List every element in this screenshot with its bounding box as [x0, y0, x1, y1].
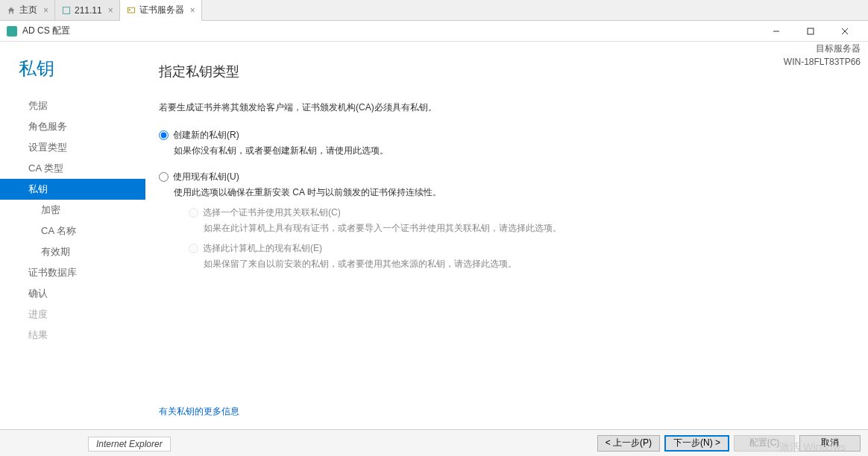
nav-role-services[interactable]: 角色服务: [0, 116, 145, 137]
target-server-label: 目标服务器: [784, 42, 861, 55]
sub-option-existing-key: 选择此计算机上的现有私钥(E) 如果保留了来自以前安装的私钥，或者要使用其他来源…: [174, 242, 846, 270]
close-icon[interactable]: ×: [43, 5, 48, 16]
nav-crypto[interactable]: 加密: [0, 200, 145, 221]
radio-select-cert-desc: 如果在此计算机上具有现有证书，或者要导入一个证书并使用其关联私钥，请选择此选项。: [204, 222, 846, 235]
tab-ip-label: 211.11: [75, 5, 102, 16]
target-server-info: 目标服务器 WIN-18FLT83TP66: [784, 42, 861, 69]
radio-create-new-desc: 如果你没有私钥，或者要创建新私钥，请使用此选项。: [174, 145, 846, 157]
ie-badge: Internet Explorer: [88, 437, 171, 452]
maximize-button[interactable]: [793, 22, 828, 41]
nav-credentials[interactable]: 凭据: [0, 95, 145, 116]
cancel-button[interactable]: 取消: [799, 435, 861, 452]
nav-private-key[interactable]: 私钥: [0, 179, 145, 200]
window-title: AD CS 配置: [22, 25, 759, 37]
tab-ip[interactable]: 211.11 ×: [55, 0, 120, 20]
radio-select-cert-label: 选择一个证书并使用其关联私钥(C): [203, 206, 341, 219]
radio-create-new[interactable]: [159, 130, 169, 140]
radio-use-existing[interactable]: [159, 172, 169, 182]
nav-ca-type[interactable]: CA 类型: [0, 158, 145, 179]
radio-select-existing-key-label: 选择此计算机上的现有私钥(E): [203, 242, 322, 255]
app-icon: [6, 25, 18, 37]
intro-text: 若要生成证书并将其颁发给客户端，证书颁发机构(CA)必须具有私钥。: [159, 101, 846, 114]
radio-create-new-label: 创建新的私钥(R): [173, 129, 239, 142]
window-controls: [759, 22, 862, 41]
nav-ca-name[interactable]: CA 名称: [0, 221, 145, 241]
main-content: 目标服务器 WIN-18FLT83TP66 指定私钥类型 若要生成证书并将其颁发…: [145, 42, 868, 429]
wizard-sidebar: 私钥 凭据 角色服务 设置类型 CA 类型 私钥 加密 CA 名称 有效期 证书…: [0, 42, 145, 429]
radio-select-cert: [189, 208, 198, 218]
nav-progress: 进度: [0, 304, 145, 325]
minimize-button[interactable]: [759, 22, 793, 41]
sub-option-cert: 选择一个证书并使用其关联私钥(C) 如果在此计算机上具有现有证书，或者要导入一个…: [174, 206, 846, 235]
page-title: 私钥: [0, 57, 145, 95]
svg-rect-0: [63, 7, 70, 13]
target-server-name: WIN-18FLT83TP66: [784, 55, 861, 69]
section-title: 指定私钥类型: [159, 63, 846, 80]
nav-validity[interactable]: 有效期: [0, 241, 145, 262]
window-titlebar: AD CS 配置: [0, 21, 868, 42]
radio-select-existing-key-desc: 如果保留了来自以前安装的私钥，或者要使用其他来源的私钥，请选择此选项。: [204, 258, 846, 270]
nav-setup-type[interactable]: 设置类型: [0, 137, 145, 158]
option-create-new: 创建新的私钥(R) 如果你没有私钥，或者要创建新私钥，请使用此选项。: [159, 129, 846, 157]
option-use-existing: 使用现有私钥(U) 使用此选项以确保在重新安装 CA 时与以前颁发的证书保持连续…: [159, 171, 846, 270]
svg-rect-3: [7, 26, 17, 37]
more-info-link[interactable]: 有关私钥的更多信息: [159, 405, 239, 418]
browser-tabs: 主页 × 211.11 × 证书服务器 ×: [0, 0, 868, 21]
radio-use-existing-desc: 使用此选项以确保在重新安装 CA 时与以前颁发的证书保持连续性。: [174, 186, 846, 199]
tab-home[interactable]: 主页 ×: [0, 0, 55, 20]
nav-confirm[interactable]: 确认: [0, 283, 145, 304]
prev-button[interactable]: < 上一步(P): [597, 435, 660, 452]
radio-select-existing-key: [189, 244, 198, 253]
radio-use-existing-label: 使用现有私钥(U): [173, 171, 239, 183]
tab-cert-label: 证书服务器: [139, 4, 184, 16]
close-button[interactable]: [828, 22, 862, 41]
nav-result: 结果: [0, 325, 145, 346]
home-icon: [6, 5, 16, 16]
svg-rect-5: [808, 28, 814, 34]
certificate-icon: [126, 5, 136, 16]
config-button: 配置(C): [734, 435, 795, 452]
tab-home-label: 主页: [19, 4, 37, 16]
svg-point-2: [128, 9, 130, 10]
nav-cert-db[interactable]: 证书数据库: [0, 262, 145, 283]
close-icon[interactable]: ×: [190, 5, 195, 16]
next-button[interactable]: 下一步(N) >: [664, 435, 729, 452]
page-icon: [61, 5, 72, 16]
close-icon[interactable]: ×: [108, 5, 113, 16]
tab-cert[interactable]: 证书服务器 ×: [120, 0, 202, 21]
